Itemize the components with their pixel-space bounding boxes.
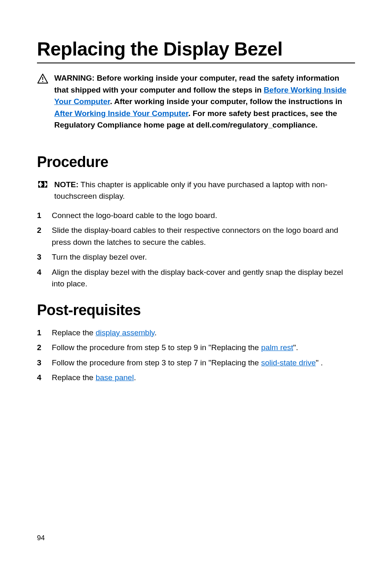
page-number: 94 — [37, 534, 45, 542]
palm-rest-link[interactable]: palm rest — [261, 343, 293, 352]
step-suffix: . — [154, 328, 157, 337]
step-suffix: ". — [293, 343, 298, 352]
warning-block: WARNING: Before working inside your comp… — [37, 72, 355, 131]
page-title: Replacing the Display Bezel — [37, 38, 355, 63]
note-body: This chapter is applicable only if you h… — [54, 180, 327, 201]
step-prefix: Replace the — [52, 373, 96, 382]
postreq-steps: Replace the display assembly. Follow the… — [37, 327, 355, 384]
display-assembly-link[interactable]: display assembly — [96, 328, 154, 337]
step-wrapper: Replace the base panel. — [52, 372, 136, 384]
svg-point-1 — [42, 81, 44, 82]
procedure-step: Align the display bezel with the display… — [37, 267, 355, 290]
note-label: NOTE: — [54, 180, 78, 189]
step-text: Connect the logo-board cable to the logo… — [52, 210, 217, 222]
postreq-step: Replace the base panel. — [37, 372, 355, 384]
procedure-steps: Connect the logo-board cable to the logo… — [37, 210, 355, 290]
step-text: Turn the display bezel over. — [52, 251, 147, 263]
postreq-step: Replace the display assembly. — [37, 327, 355, 339]
warning-text: WARNING: Before working inside your comp… — [54, 72, 355, 131]
note-block: NOTE: This chapter is applicable only if… — [37, 179, 355, 202]
step-wrapper: Replace the display assembly. — [52, 327, 157, 339]
step-text: Slide the display-board cables to their … — [52, 225, 355, 248]
warning-icon — [37, 73, 48, 84]
procedure-step: Connect the logo-board cable to the logo… — [37, 210, 355, 222]
step-wrapper: Follow the procedure from step 3 to step… — [52, 357, 323, 369]
step-prefix: Follow the procedure from step 3 to step… — [52, 358, 261, 367]
postreq-heading: Post-requisites — [37, 302, 355, 319]
note-icon — [37, 180, 48, 189]
step-suffix: " . — [316, 358, 323, 367]
postreq-step: Follow the procedure from step 3 to step… — [37, 357, 355, 369]
step-text: Align the display bezel with the display… — [52, 267, 355, 290]
procedure-step: Slide the display-board cables to their … — [37, 225, 355, 248]
warning-middle1: . After working inside your computer, fo… — [110, 97, 342, 106]
base-panel-link[interactable]: base panel — [96, 373, 134, 382]
after-working-link[interactable]: After Working Inside Your Computer — [54, 109, 188, 118]
step-suffix: . — [134, 373, 136, 382]
step-prefix: Follow the procedure from step 5 to step… — [52, 343, 261, 352]
solid-state-drive-link[interactable]: solid-state drive — [261, 358, 316, 367]
step-wrapper: Follow the procedure from step 5 to step… — [52, 342, 298, 354]
procedure-step: Turn the display bezel over. — [37, 251, 355, 263]
postreq-step: Follow the procedure from step 5 to step… — [37, 342, 355, 354]
procedure-heading: Procedure — [37, 153, 355, 171]
step-prefix: Replace the — [52, 328, 96, 337]
note-text: NOTE: This chapter is applicable only if… — [54, 179, 355, 202]
